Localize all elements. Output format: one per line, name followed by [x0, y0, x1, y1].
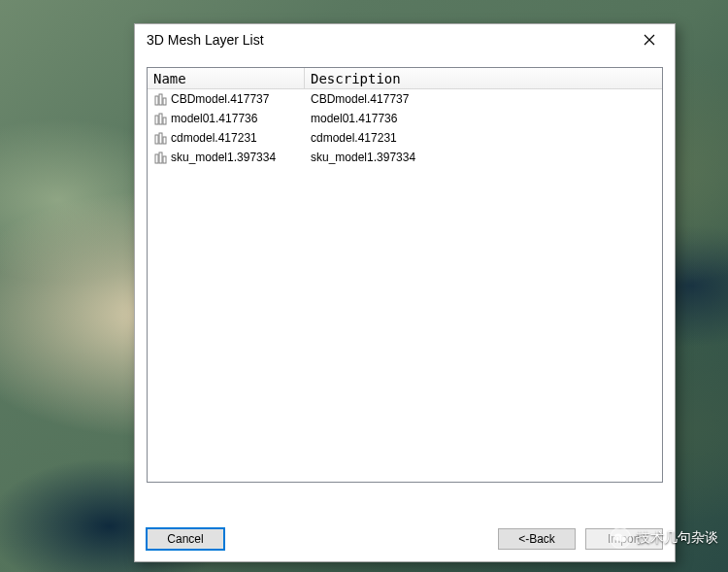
back-button[interactable]: <-Back: [498, 528, 576, 550]
cell-name: sku_model1.397334: [148, 151, 305, 164]
cell-name: model01.417736: [148, 112, 305, 125]
dialog-title: 3D Mesh Layer List: [147, 32, 630, 48]
list-body: CBDmodel.417737CBDmodel.417737model01.41…: [148, 89, 662, 482]
table-row[interactable]: CBDmodel.417737CBDmodel.417737: [148, 89, 662, 109]
row-name-text: sku_model1.397334: [171, 151, 276, 164]
cell-name: cdmodel.417231: [148, 131, 305, 145]
row-name-text: model01.417736: [171, 112, 257, 125]
mesh-layer-dialog: 3D Mesh Layer List Name Description CBDm…: [134, 23, 676, 562]
svg-rect-11: [163, 156, 166, 163]
close-button[interactable]: [630, 26, 669, 53]
layer-listview[interactable]: Name Description CBDmodel.417737CBDmodel…: [147, 67, 663, 483]
svg-rect-7: [159, 133, 162, 144]
mesh-icon: [153, 92, 167, 106]
import-button[interactable]: Import: [585, 528, 663, 550]
mesh-icon: [153, 131, 167, 145]
cell-description: model01.417736: [305, 112, 662, 125]
cell-description: cdmodel.417231: [305, 131, 662, 145]
svg-rect-0: [155, 96, 158, 105]
row-name-text: cdmodel.417231: [171, 131, 257, 145]
close-icon: [644, 34, 655, 46]
cancel-button[interactable]: Cancel: [147, 528, 224, 550]
svg-rect-4: [159, 114, 162, 124]
dialog-buttons: Cancel <-Back Import: [147, 528, 663, 550]
svg-rect-3: [155, 116, 158, 124]
column-header-description[interactable]: Description: [305, 68, 662, 88]
list-header: Name Description: [148, 68, 662, 89]
svg-rect-6: [155, 135, 158, 144]
svg-rect-5: [163, 118, 166, 124]
cell-name: CBDmodel.417737: [148, 92, 305, 106]
svg-rect-10: [159, 152, 162, 163]
column-header-name[interactable]: Name: [148, 68, 305, 88]
svg-rect-9: [155, 154, 158, 163]
mesh-icon: [153, 151, 167, 164]
dialog-content: Name Description CBDmodel.417737CBDmodel…: [135, 55, 675, 483]
svg-rect-1: [159, 94, 162, 105]
cell-description: CBDmodel.417737: [305, 92, 662, 106]
cell-description: sku_model1.397334: [305, 151, 662, 164]
table-row[interactable]: cdmodel.417231cdmodel.417231: [148, 128, 662, 148]
svg-rect-8: [163, 137, 166, 144]
title-bar: 3D Mesh Layer List: [135, 24, 675, 55]
mesh-icon: [153, 112, 167, 125]
table-row[interactable]: sku_model1.397334sku_model1.397334: [148, 148, 662, 167]
table-row[interactable]: model01.417736model01.417736: [148, 109, 662, 128]
row-name-text: CBDmodel.417737: [171, 92, 269, 106]
svg-rect-2: [163, 98, 166, 105]
